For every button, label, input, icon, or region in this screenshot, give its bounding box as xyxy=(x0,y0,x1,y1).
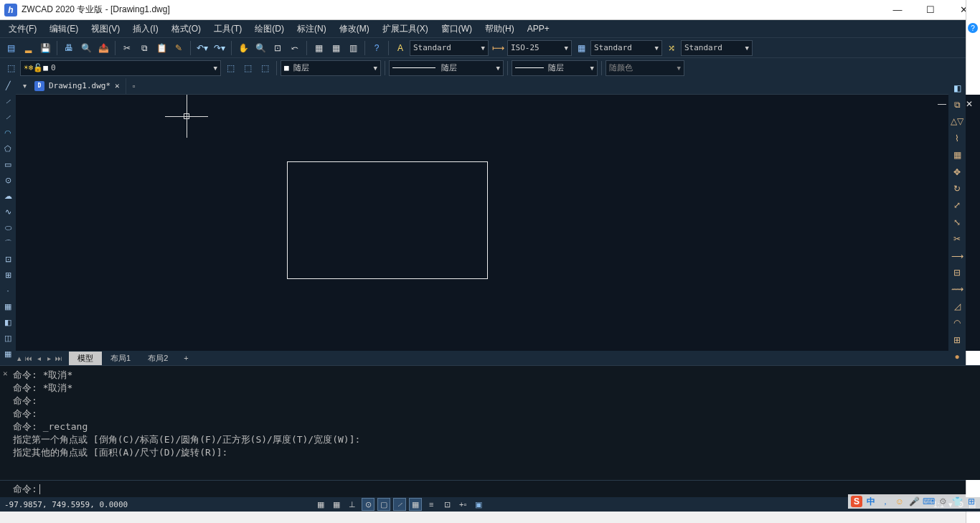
copy-icon[interactable]: ⧉ xyxy=(136,40,152,56)
tray-toolbox-icon[interactable]: ⊞ xyxy=(966,496,977,507)
join-icon[interactable]: ⟿ xyxy=(951,283,963,296)
table-style-icon[interactable]: ▦ xyxy=(573,40,589,56)
sphere-icon[interactable]: ● xyxy=(951,350,963,362)
cut-icon[interactable]: ✂ xyxy=(119,40,135,56)
undo-icon[interactable]: ↶▾ xyxy=(194,40,210,56)
chamfer-icon[interactable]: ◿ xyxy=(951,300,963,312)
ime-icon[interactable]: S xyxy=(851,496,862,507)
model-paper-icon[interactable]: ▣ xyxy=(472,498,485,511)
save-icon[interactable]: 💾 xyxy=(37,40,53,56)
layer-state-icon[interactable]: ⬚ xyxy=(240,60,255,76)
osnap-icon[interactable]: ▢ xyxy=(377,498,390,511)
lwt-icon[interactable]: ≡ xyxy=(425,498,438,511)
help-icon[interactable]: ? xyxy=(369,40,385,56)
tab-layout1[interactable]: 布局1 xyxy=(102,352,139,365)
make-block-icon[interactable]: ⊞ xyxy=(1,268,14,281)
match-icon[interactable]: ✎ xyxy=(171,40,187,56)
mleader-style-combo[interactable]: Standard ▼ xyxy=(681,40,753,56)
menu-format[interactable]: 格式(O) xyxy=(165,21,207,37)
gradient-icon[interactable]: ◧ xyxy=(1,316,14,329)
tray-keyboard-icon[interactable]: ⌨ xyxy=(923,496,934,507)
lineweight-combo[interactable]: 随层 ▼ xyxy=(512,60,598,76)
publish-icon[interactable]: 📤 xyxy=(95,40,111,56)
menu-insert[interactable]: 插入(I) xyxy=(126,21,164,37)
linetype-combo[interactable]: 随层 ▼ xyxy=(389,60,504,76)
layer-iso-icon[interactable]: ⬚ xyxy=(257,60,273,76)
array-icon[interactable]: ▦ xyxy=(951,149,963,161)
command-input[interactable] xyxy=(44,484,980,494)
otrack-icon[interactable]: ⟋ xyxy=(393,498,406,511)
properties-icon[interactable]: ▦ xyxy=(311,40,326,56)
move-icon[interactable]: ✥ xyxy=(951,166,963,178)
arc-icon[interactable]: ◠ xyxy=(1,126,14,139)
spline-icon[interactable]: ∿ xyxy=(1,205,14,218)
tray-settings-icon[interactable]: ⚙ xyxy=(937,496,948,507)
ellipse-arc-icon[interactable]: ⌒ xyxy=(1,237,14,250)
polyline-icon[interactable]: ⟋ xyxy=(1,110,14,123)
menu-edit[interactable]: 编辑(E) xyxy=(43,21,85,37)
tray-punct-icon[interactable]: ， xyxy=(880,496,891,507)
layer-prev-icon[interactable]: ⬚ xyxy=(222,60,238,76)
menu-express[interactable]: 扩展工具(X) xyxy=(376,21,435,37)
design-center-icon[interactable]: ▦ xyxy=(328,40,344,56)
explode-icon[interactable]: ⊞ xyxy=(951,334,963,346)
zoom-prev-icon[interactable]: ⤺ xyxy=(287,40,303,56)
ime-mode[interactable]: 中 xyxy=(865,496,877,507)
tab-close-icon[interactable]: ✕ xyxy=(115,81,120,90)
point-icon[interactable]: · xyxy=(1,284,14,297)
plotstyle-combo[interactable]: 随颜色 ▼ xyxy=(606,60,684,76)
mleader-style-icon[interactable]: ⤮ xyxy=(664,40,679,56)
layout-next-icon[interactable]: ▸ xyxy=(44,354,53,362)
cycling-icon[interactable]: ⊡ xyxy=(440,498,453,511)
menu-file[interactable]: 文件(F) xyxy=(2,21,43,37)
print-icon[interactable]: 🖶 xyxy=(61,40,77,56)
table-icon[interactable]: ▦ xyxy=(1,347,14,360)
paste-icon[interactable]: 📋 xyxy=(154,40,169,56)
table-style-combo[interactable]: Standard ▼ xyxy=(590,40,662,56)
menu-view[interactable]: 视图(V) xyxy=(85,21,126,37)
ellipse-icon[interactable]: ⬭ xyxy=(1,221,14,234)
layout-first-icon[interactable]: ⏮ xyxy=(24,354,33,362)
mirror-icon[interactable]: △▽ xyxy=(951,116,963,128)
rotate-icon[interactable]: ↻ xyxy=(951,182,963,194)
offset-icon[interactable]: ⌇ xyxy=(951,132,963,144)
zoom-window-icon[interactable]: ⊡ xyxy=(270,40,286,56)
layout-collapse-icon[interactable]: ▴ xyxy=(17,354,22,363)
tab-layout2[interactable]: 布局2 xyxy=(139,352,176,365)
line-icon[interactable]: ╱ xyxy=(1,79,14,92)
xline-icon[interactable]: ⟋ xyxy=(1,95,14,108)
fillet-icon[interactable]: ◠ xyxy=(951,316,963,329)
tab-list-dropdown[interactable]: ▾ xyxy=(20,82,29,90)
tray-mic-icon[interactable]: 🎤 xyxy=(908,496,920,507)
layer-manager-icon[interactable]: ⬚ xyxy=(3,60,19,76)
dim-style-combo[interactable]: ISO-25 ▼ xyxy=(507,40,572,56)
color-combo[interactable]: ■ 随层 ▼ xyxy=(281,60,381,76)
erase-icon[interactable]: ◧ xyxy=(951,82,963,94)
grid-display-icon[interactable]: ▦ xyxy=(330,498,343,511)
scale-icon[interactable]: ⤢ xyxy=(951,199,963,212)
circle-icon[interactable]: ⊙ xyxy=(1,174,14,187)
rectangle-icon[interactable]: ▭ xyxy=(1,158,14,171)
trim-icon[interactable]: ✂ xyxy=(951,233,963,245)
insert-block-icon[interactable]: ⊡ xyxy=(1,253,14,265)
zoom-rt-icon[interactable]: 🔍 xyxy=(253,40,268,56)
console-close-icon[interactable]: ✕ xyxy=(3,369,8,378)
stretch-icon[interactable]: ⤡ xyxy=(951,216,963,228)
menu-window[interactable]: 窗口(W) xyxy=(435,21,479,37)
tray-skin-icon[interactable]: 👕 xyxy=(951,496,963,507)
revcloud-icon[interactable]: ☁ xyxy=(1,189,14,202)
new-document-tab[interactable]: ▫ xyxy=(126,81,142,91)
help-badge-icon[interactable]: ? xyxy=(968,23,978,33)
tab-model[interactable]: 模型 xyxy=(69,352,102,365)
region-icon[interactable]: ◫ xyxy=(1,331,14,344)
menu-dimension[interactable]: 标注(N) xyxy=(291,21,333,37)
menu-tools[interactable]: 工具(T) xyxy=(207,21,248,37)
drawing-canvas[interactable]: — ❐ ✕ xyxy=(16,95,980,351)
text-style-icon[interactable]: A xyxy=(392,40,408,56)
redo-icon[interactable]: ↷▾ xyxy=(212,40,227,56)
dyn-input-icon[interactable]: ▦ xyxy=(409,498,422,511)
document-tab[interactable]: D Drawing1.dwg* ✕ xyxy=(29,78,126,94)
polygon-icon[interactable]: ⬠ xyxy=(1,142,14,155)
menu-help[interactable]: 帮助(H) xyxy=(479,21,521,37)
menu-modify[interactable]: 修改(M) xyxy=(333,21,376,37)
